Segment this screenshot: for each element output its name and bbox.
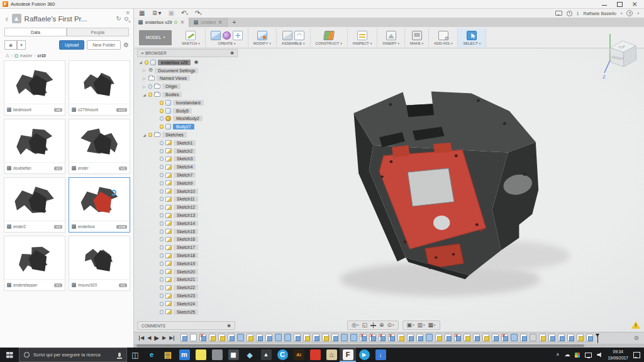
- node-label[interactable]: Sketch20: [174, 269, 198, 275]
- onedrive-cloud-icon[interactable]: ☁: [564, 352, 570, 358]
- timeline-feature-icon[interactable]: [482, 334, 489, 341]
- timeline-feature-icon[interactable]: [548, 334, 555, 341]
- menu-make[interactable]: MAKE▾: [405, 28, 430, 47]
- breadcrumb-folder[interactable]: cr10: [38, 53, 46, 58]
- design-file-card[interactable]: doublefan V2: [4, 119, 65, 174]
- browser-sketch-item[interactable]: Sketch10: [137, 187, 238, 195]
- timeline-feature-icon[interactable]: [492, 334, 499, 341]
- expand-arrow-icon[interactable]: [142, 133, 147, 137]
- node-label[interactable]: Sketch21: [174, 277, 198, 282]
- data-panel-toggle-icon[interactable]: ▦: [139, 10, 145, 16]
- filter-dropdown[interactable]: ◉ ▾: [4, 40, 26, 50]
- timeline-playhead[interactable]: [595, 334, 601, 343]
- close-button[interactable]: ×: [631, 1, 638, 7]
- timeline-feature-icon[interactable]: [341, 334, 348, 341]
- node-label[interactable]: Sketch14: [174, 221, 198, 226]
- browser-sketch-item[interactable]: Sketch15: [137, 228, 238, 236]
- visibility-bulb-icon[interactable]: [160, 156, 164, 161]
- filter-icon[interactable]: ◉: [4, 40, 17, 50]
- timeline-feature-icon[interactable]: [539, 334, 546, 341]
- pan-icon[interactable]: [370, 322, 376, 328]
- timeline-feature-icon[interactable]: [237, 334, 244, 341]
- comments-options-icon[interactable]: ◉: [227, 324, 231, 328]
- node-label[interactable]: Sketch25: [174, 309, 198, 315]
- timeline-feature-icon[interactable]: [520, 334, 527, 341]
- view-cube[interactable]: Z TOP FRONT: [601, 31, 640, 82]
- orbit-icon[interactable]: ◎▾: [352, 322, 358, 328]
- timeline-feature-icon[interactable]: [407, 334, 414, 341]
- visibility-bulb-icon[interactable]: [160, 101, 164, 105]
- visibility-bulb-icon[interactable]: [148, 92, 152, 97]
- close-tab-icon[interactable]: ×: [180, 20, 184, 25]
- node-label[interactable]: Sketch2: [174, 148, 196, 154]
- browser-sketch-item[interactable]: Sketch17: [137, 243, 238, 251]
- node-label[interactable]: Sketch10: [174, 189, 198, 194]
- node-label[interactable]: Sketch9: [174, 180, 196, 186]
- browser-tree-item[interactable]: Body27: [137, 123, 238, 131]
- node-label[interactable]: Sketch3: [174, 156, 196, 162]
- browser-sketch-item[interactable]: Sketch9: [137, 179, 238, 187]
- browser-sketch-item[interactable]: Sketch18: [137, 251, 238, 260]
- timeline-feature-icon[interactable]: [379, 334, 386, 341]
- back-chevron-icon[interactable]: ‹: [5, 15, 9, 23]
- node-label[interactable]: Sketch23: [174, 293, 198, 299]
- browser-sketch-item[interactable]: Sketch3: [137, 155, 238, 163]
- comments-bar[interactable]: COMMENTS ◉: [137, 321, 235, 330]
- visibility-bulb-icon[interactable]: [148, 84, 152, 89]
- collapse-browser-icon[interactable]: ◂◂: [141, 52, 143, 55]
- data-panel-close-icon[interactable]: ×: [125, 10, 130, 16]
- taskbar-app-icon[interactable]: F: [340, 348, 356, 362]
- document-tab-untitled[interactable]: Untitled ×: [189, 18, 227, 27]
- node-label[interactable]: Document Settings: [155, 68, 198, 74]
- visibility-bulb-icon[interactable]: [160, 173, 164, 177]
- visibility-bulb-icon[interactable]: [160, 253, 164, 258]
- visibility-bulb-icon[interactable]: [160, 270, 164, 274]
- minimize-button[interactable]: [601, 1, 608, 7]
- node-label[interactable]: Sketch19: [174, 261, 198, 266]
- search-icon[interactable]: [125, 17, 128, 21]
- taskbar-app-icon[interactable]: ⌂: [323, 348, 340, 362]
- timeline-feature-icon[interactable]: [294, 334, 301, 341]
- visibility-bulb-icon[interactable]: [160, 189, 164, 194]
- browser-sketch-item[interactable]: Sketch7: [137, 171, 238, 179]
- browser-options-icon[interactable]: ◉: [230, 51, 234, 55]
- browser-tree-item[interactable]: Body5: [137, 107, 238, 115]
- browser-tree-item[interactable]: Bodies: [137, 90, 238, 99]
- timeline-feature-icon[interactable]: [586, 334, 593, 341]
- menu-assemble[interactable]: ASSEMBLE▾: [277, 28, 311, 47]
- timeline-feature-icon[interactable]: [435, 334, 442, 341]
- browser-sketch-item[interactable]: Sketch14: [137, 219, 238, 228]
- design-file-card[interactable]: bedmount V8: [4, 60, 65, 116]
- new-tab-button[interactable]: +: [228, 18, 242, 27]
- browser-tree-item[interactable]: Document Settings: [137, 67, 238, 75]
- skip-to-end-icon[interactable]: ▶: [169, 336, 174, 341]
- node-label[interactable]: Body27: [173, 124, 194, 129]
- timeline-feature-icon[interactable]: [416, 334, 423, 341]
- look-at-icon[interactable]: ◱: [362, 322, 367, 328]
- timeline-settings-gear-icon[interactable]: ⚙: [634, 336, 644, 341]
- visibility-bulb-icon[interactable]: [160, 277, 164, 282]
- node-label[interactable]: boxstandard: [173, 100, 204, 106]
- browser-sketch-item[interactable]: Sketch25: [137, 308, 238, 316]
- timeline-feature-icon[interactable]: [322, 334, 329, 341]
- gear-icon[interactable]: ⚙: [123, 42, 129, 48]
- data-panel-tab[interactable]: People: [67, 28, 129, 36]
- scrollbar-thumb[interactable]: [136, 344, 584, 347]
- skip-to-start-icon[interactable]: ◀: [139, 336, 144, 341]
- visibility-bulb-icon[interactable]: [160, 302, 164, 306]
- design-file-card[interactable]: mounc920 V1: [69, 236, 130, 291]
- zoom-icon[interactable]: ⊕: [379, 322, 384, 328]
- node-label[interactable]: Sketch17: [174, 244, 198, 250]
- restore-button[interactable]: [616, 1, 623, 7]
- taskbar-app-icon[interactable]: ▶: [356, 348, 372, 362]
- volume-icon[interactable]: [597, 353, 602, 358]
- browser-tree-item[interactable]: boxstandard: [137, 99, 238, 107]
- visibility-bulb-icon[interactable]: [160, 197, 164, 201]
- timeline-feature-icon[interactable]: [190, 334, 197, 341]
- save-icon[interactable]: ▣: [168, 10, 174, 16]
- visibility-bulb-icon[interactable]: [160, 229, 164, 234]
- tray-clock[interactable]: 09:34 19/09/2017: [608, 349, 628, 361]
- visibility-bulb-icon[interactable]: [160, 213, 164, 217]
- taskbar-app-icon[interactable]: ◫: [127, 348, 143, 362]
- undo-icon[interactable]: ↶▾: [181, 10, 188, 16]
